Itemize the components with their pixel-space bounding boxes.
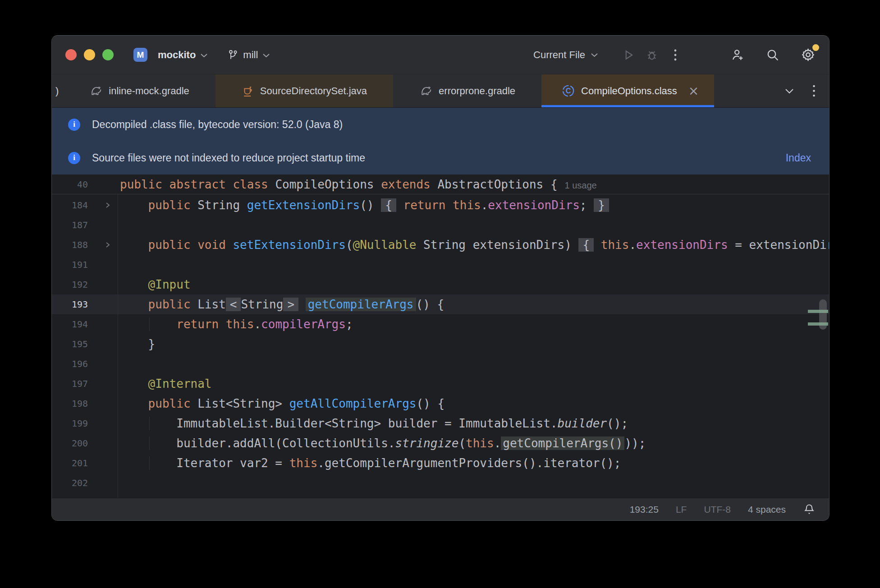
code-text[interactable]: public String getExtensionDirs() { retur… bbox=[118, 198, 829, 212]
code-editor[interactable]: 40 public abstract class CompileOptions … bbox=[52, 175, 829, 498]
code-line[interactable]: 197 @Internal bbox=[52, 374, 829, 394]
line-number[interactable]: 192 bbox=[52, 279, 88, 290]
code-token: ; bbox=[580, 198, 594, 212]
code-token: CompileOptions bbox=[275, 178, 381, 191]
code-token: public bbox=[120, 198, 197, 212]
status-bar: 193:25 LF UTF-8 4 spaces bbox=[52, 498, 829, 520]
code-token: < bbox=[226, 298, 241, 311]
code-token bbox=[594, 238, 601, 252]
tab-list-chevron-down-icon[interactable] bbox=[784, 88, 794, 94]
title-bar: M mockito mill Current File bbox=[52, 36, 829, 74]
code-line[interactable]: 193 public List<String> getCompilerArgs(… bbox=[52, 294, 829, 314]
code-text[interactable]: @Internal bbox=[118, 377, 829, 390]
line-number[interactable]: 199 bbox=[52, 418, 88, 429]
line-number[interactable]: 184 bbox=[52, 200, 88, 211]
code-line[interactable]: 188 public void setExtensionDirs(@Nullab… bbox=[52, 235, 829, 255]
code-token: String extensionDirs) bbox=[416, 238, 578, 252]
line-number[interactable]: 200 bbox=[52, 438, 88, 449]
debug-button[interactable] bbox=[642, 46, 661, 64]
caret-position-widget[interactable]: 193:25 bbox=[630, 504, 659, 515]
run-configuration-label: Current File bbox=[533, 49, 585, 61]
code-token: List<String> bbox=[197, 397, 289, 410]
run-button[interactable] bbox=[619, 46, 638, 64]
code-line[interactable]: 198 public List<String> getAllCompilerAr… bbox=[52, 394, 829, 413]
code-text[interactable]: builder.addAll(CollectionUtils.stringize… bbox=[118, 436, 829, 450]
project-widget[interactable]: M mockito bbox=[133, 48, 208, 62]
settings-button[interactable] bbox=[798, 46, 817, 64]
tab-truncated[interactable]: ) bbox=[52, 74, 63, 107]
code-line[interactable]: 201 Iterator var2 = this.getCompilerArgu… bbox=[52, 453, 829, 473]
line-number[interactable]: 188 bbox=[52, 239, 88, 250]
code-line[interactable]: 192 @Input bbox=[52, 275, 829, 294]
code-line[interactable]: 187 bbox=[52, 215, 829, 235]
banner-text: Source files were not indexed to reduce … bbox=[92, 152, 365, 164]
tab-inline-mock-gradle[interactable]: inline-mock.gradle bbox=[63, 74, 215, 107]
code-text[interactable]: return this.compilerArgs; bbox=[118, 317, 829, 331]
line-number[interactable]: 198 bbox=[52, 398, 88, 409]
code-token: builder.addAll(CollectionUtils. bbox=[120, 436, 395, 450]
code-token: extensionDirs bbox=[636, 238, 728, 252]
search-everywhere-button[interactable] bbox=[763, 46, 782, 64]
code-line[interactable]: 184 public String getExtensionDirs() { r… bbox=[52, 195, 829, 215]
run-configuration-selector[interactable]: Current File bbox=[533, 49, 598, 61]
line-ending-widget[interactable]: LF bbox=[676, 504, 687, 515]
indent-widget[interactable]: 4 spaces bbox=[748, 504, 786, 515]
line-number[interactable]: 187 bbox=[52, 220, 88, 230]
line-number[interactable]: 194 bbox=[52, 319, 88, 330]
line-number[interactable]: 191 bbox=[52, 259, 88, 270]
code-token: stringize bbox=[395, 436, 458, 450]
code-text[interactable]: @Input bbox=[118, 278, 829, 291]
tab-compileoptions-class[interactable]: C CompileOptions.class × bbox=[541, 74, 714, 107]
code-line[interactable]: 202 bbox=[52, 473, 829, 493]
code-text[interactable]: Iterator var2 = this.getCompilerArgument… bbox=[118, 456, 829, 470]
line-number[interactable]: 196 bbox=[52, 358, 88, 369]
code-token: this bbox=[289, 456, 318, 470]
line-number[interactable]: 202 bbox=[52, 478, 88, 488]
code-token: @Nullable bbox=[353, 238, 417, 252]
notifications-bell-icon[interactable] bbox=[803, 503, 816, 516]
code-line[interactable]: 191 bbox=[52, 255, 829, 275]
zoom-window-button[interactable] bbox=[102, 49, 114, 60]
close-window-button[interactable] bbox=[65, 49, 77, 60]
code-line[interactable]: 200 builder.addAll(CollectionUtils.strin… bbox=[52, 433, 829, 453]
line-number[interactable]: 195 bbox=[52, 339, 88, 349]
code-text[interactable]: public List<String> getAllCompilerArgs()… bbox=[118, 397, 829, 410]
project-name: mockito bbox=[158, 49, 196, 61]
tab-options-kebab-icon[interactable] bbox=[812, 84, 816, 97]
line-number[interactable]: 40 bbox=[52, 179, 88, 190]
code-token: () { bbox=[416, 298, 445, 311]
close-tab-icon[interactable]: × bbox=[688, 85, 699, 97]
line-number[interactable]: 197 bbox=[52, 378, 88, 389]
vcs-branch-widget[interactable]: mill bbox=[228, 49, 270, 61]
code-line[interactable]: 195 } bbox=[52, 334, 829, 354]
code-text[interactable]: public abstract class CompileOptions ext… bbox=[118, 178, 829, 191]
tab-errorprone-gradle[interactable]: errorprone.gradle bbox=[393, 74, 541, 107]
minimize-window-button[interactable] bbox=[84, 49, 95, 60]
code-text[interactable]: } bbox=[118, 337, 829, 351]
code-token: () { bbox=[416, 397, 445, 410]
encoding-widget[interactable]: UTF-8 bbox=[704, 504, 731, 515]
line-number[interactable]: 193 bbox=[52, 299, 88, 310]
code-with-me-button[interactable] bbox=[728, 46, 747, 64]
analysis-mark bbox=[808, 310, 828, 313]
more-actions-button[interactable] bbox=[666, 46, 685, 64]
code-token: @Input bbox=[120, 278, 191, 291]
code-line[interactable]: 196 bbox=[52, 354, 829, 374]
index-link[interactable]: Index bbox=[786, 152, 811, 164]
fold-chevron-icon[interactable] bbox=[88, 241, 118, 248]
code-token: getExtensionDirs bbox=[247, 198, 360, 212]
code-text[interactable]: ImmutableList.Builder<String> builder = … bbox=[118, 417, 829, 430]
sticky-class-declaration-line[interactable]: 40 public abstract class CompileOptions … bbox=[52, 175, 829, 194]
settings-notification-badge bbox=[812, 44, 819, 51]
code-line[interactable]: 194 return this.compilerArgs; bbox=[52, 314, 829, 334]
tab-sourcedirectoryset-java[interactable]: SourceDirectorySet.java bbox=[215, 74, 393, 107]
code-text[interactable]: public void setExtensionDirs(@Nullable S… bbox=[118, 238, 829, 252]
code-line[interactable]: 199 ImmutableList.Builder<String> builde… bbox=[52, 413, 829, 433]
code-token: String bbox=[241, 298, 283, 311]
chevron-down-icon bbox=[591, 52, 598, 58]
code-token: } bbox=[120, 337, 155, 351]
code-text[interactable]: public List<String> getCompilerArgs() { bbox=[118, 298, 829, 311]
line-number[interactable]: 201 bbox=[52, 458, 88, 469]
project-icon: M bbox=[133, 48, 147, 62]
fold-chevron-icon[interactable] bbox=[88, 202, 118, 209]
